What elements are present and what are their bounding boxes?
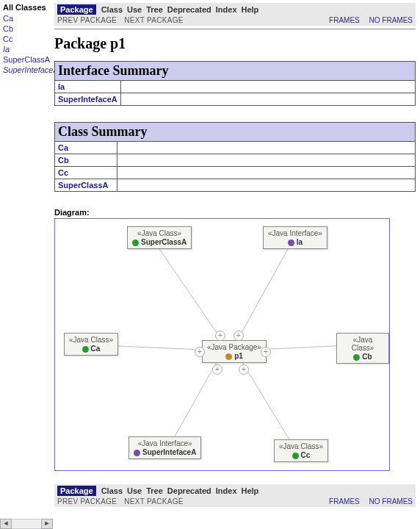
nav-index[interactable]: Index [214, 4, 239, 15]
expand-icon[interactable]: + [215, 331, 225, 341]
nav-index[interactable]: Index [214, 486, 239, 496]
expand-icon[interactable]: + [212, 364, 222, 375]
expand-icon[interactable]: + [239, 364, 249, 375]
expand-icon[interactable]: + [195, 347, 205, 357]
navbar-bottom: Package Class Use Tree Deprecated Index … [54, 484, 416, 507]
nav-noframes[interactable]: NO FRAMES [369, 16, 413, 24]
interface-desc [120, 93, 415, 106]
class-summary-table: Class Summary Ca Cb Cc SuperClassA [54, 122, 416, 192]
interface-name[interactable]: SuperIntefaceA [55, 93, 121, 106]
node-ia[interactable]: «Java Interface» Ia [263, 226, 327, 249]
class-name[interactable]: SuperClassA [55, 179, 117, 192]
node-superclassa[interactable]: «Java Class» SuperClassA [127, 226, 192, 249]
node-superintefacea[interactable]: «Java Interface» SuperIntefaceA [128, 436, 201, 459]
class-icon [353, 354, 360, 361]
package-icon [225, 353, 232, 360]
nav-prev-package[interactable]: PREV PACKAGE [57, 16, 117, 24]
nav-noframes[interactable]: NO FRAMES [369, 497, 413, 505]
sidebar: All Classes Ca Cb Cc Ia SuperClassA Supe… [0, 0, 53, 514]
nav-help[interactable]: Help [239, 4, 261, 15]
expand-icon[interactable]: + [261, 347, 271, 357]
nav-help[interactable]: Help [239, 486, 261, 496]
node-ca[interactable]: «Java Class» Ca [64, 333, 118, 356]
svg-line-0 [155, 242, 220, 338]
class-desc [117, 142, 416, 154]
interface-summary-heading: Interface Summary [55, 62, 416, 81]
diagram-label: Diagram: [54, 208, 416, 217]
nav-use[interactable]: Use [125, 4, 144, 15]
nav-prev-package[interactable]: PREV PACKAGE [57, 497, 117, 505]
table-row: Ca [55, 142, 416, 154]
sidebar-item-ia[interactable]: Ia [3, 44, 51, 54]
nav-tree[interactable]: Tree [144, 4, 165, 15]
nav-frames[interactable]: FRAMES [329, 497, 360, 505]
nav-package[interactable]: Package [57, 486, 96, 496]
nav-tree[interactable]: Tree [144, 486, 165, 496]
table-row: Cb [55, 154, 416, 167]
interface-desc [120, 81, 415, 93]
class-desc [117, 154, 416, 167]
sidebar-item-cc[interactable]: Cc [3, 34, 51, 44]
class-desc [117, 179, 416, 192]
sidebar-item-superintefacea[interactable]: SuperIntefaceA [3, 65, 51, 75]
table-row: SuperClassA [55, 179, 416, 192]
class-icon [82, 346, 89, 353]
class-icon [292, 453, 299, 459]
interface-icon [134, 450, 140, 456]
nav-class[interactable]: Class [99, 486, 125, 496]
sidebar-item-superclassa[interactable]: SuperClassA [3, 54, 51, 65]
nav-use[interactable]: Use [125, 486, 144, 496]
svg-line-1 [239, 242, 292, 338]
node-cb[interactable]: «Java Class» Cb [336, 333, 389, 364]
main-content: Package Class Use Tree Deprecated Index … [53, 0, 420, 514]
class-summary-heading: Class Summary [55, 123, 416, 142]
diagram: «Java Class» SuperClassA «Java Interface… [54, 218, 390, 471]
interface-summary-table: Interface Summary Ia SuperIntefaceA [54, 61, 416, 106]
interface-name[interactable]: Ia [55, 81, 121, 93]
nav-deprecated[interactable]: Deprecated [165, 4, 214, 15]
nav-next-package[interactable]: NEXT PACKAGE [124, 497, 183, 505]
expand-icon[interactable]: + [233, 331, 244, 341]
sidebar-heading: All Classes [3, 3, 51, 12]
separator [54, 29, 416, 29]
nav-deprecated[interactable]: Deprecated [165, 486, 214, 496]
class-desc [117, 167, 416, 179]
table-row: Cc [55, 167, 416, 179]
nav-class[interactable]: Class [99, 4, 125, 15]
class-name[interactable]: Cb [55, 154, 117, 167]
node-p1[interactable]: «Java Package» p1 [202, 340, 267, 363]
sidebar-item-cb[interactable]: Cb [3, 24, 51, 34]
class-name[interactable]: Ca [55, 142, 117, 154]
nav-package[interactable]: Package [57, 4, 96, 15]
svg-line-3 [257, 345, 347, 350]
svg-line-5 [242, 362, 294, 447]
nav-frames[interactable]: FRAMES [329, 16, 360, 24]
sidebar-item-ca[interactable]: Ca [3, 13, 51, 24]
nav-next-package[interactable]: NEXT PACKAGE [124, 16, 183, 24]
table-row: Ia [55, 81, 416, 93]
navbar-top: Package Class Use Tree Deprecated Index … [54, 3, 416, 26]
class-name[interactable]: Cc [55, 167, 117, 179]
svg-line-4 [169, 362, 217, 447]
interface-icon [288, 240, 294, 246]
node-cc[interactable]: «Java Class» Cc [274, 439, 328, 462]
class-icon [132, 240, 139, 246]
page-title: Package p1 [54, 35, 416, 52]
table-row: SuperIntefaceA [55, 93, 416, 106]
